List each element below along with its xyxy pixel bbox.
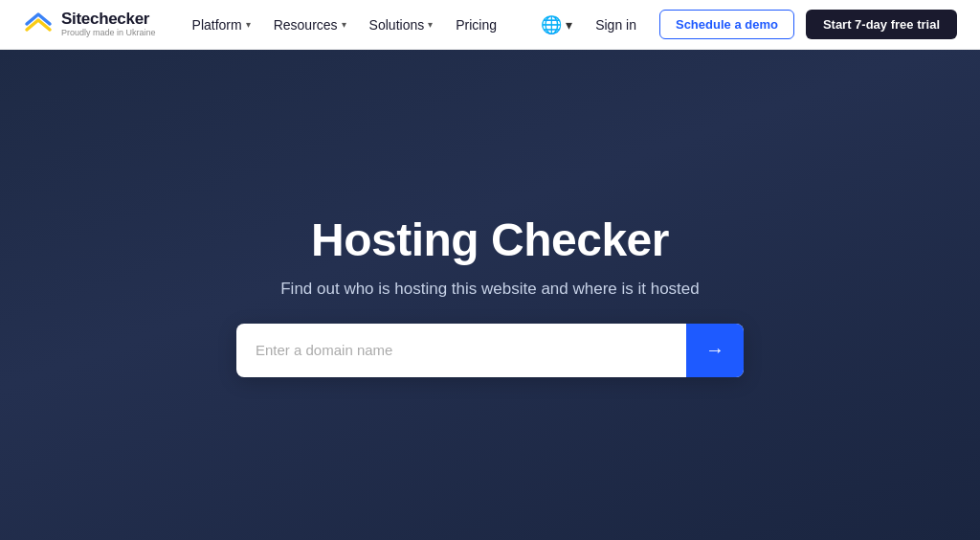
hero-section: Hosting Checker Find out who is hosting …	[0, 50, 980, 540]
logo-name: Sitechecker	[61, 11, 156, 29]
sign-in-button[interactable]: Sign in	[584, 11, 648, 38]
nav-item-platform[interactable]: Platform ▾	[183, 11, 260, 38]
search-button[interactable]: →	[686, 324, 744, 377]
search-input[interactable]	[236, 324, 686, 377]
nav-item-pricing[interactable]: Pricing	[446, 11, 506, 38]
nav-right: 🌐 ▾ Sign in Schedule a demo Start 7-day …	[541, 10, 957, 39]
globe-icon: 🌐	[541, 14, 562, 35]
search-bar: →	[236, 324, 744, 377]
logo[interactable]: Sitechecker Proudly made in Ukraine	[23, 11, 156, 38]
chevron-down-icon: ▾	[342, 19, 346, 30]
chevron-down-icon: ▾	[246, 19, 251, 30]
hero-subtitle: Find out who is hosting this website and…	[280, 280, 700, 299]
logo-tagline: Proudly made in Ukraine	[61, 29, 156, 38]
arrow-right-icon: →	[705, 339, 724, 361]
navbar: Sitechecker Proudly made in Ukraine Plat…	[0, 0, 980, 50]
nav-item-solutions[interactable]: Solutions ▾	[360, 11, 443, 38]
language-selector[interactable]: 🌐 ▾	[541, 14, 572, 35]
start-trial-button[interactable]: Start 7-day free trial	[806, 10, 957, 39]
lang-chevron: ▾	[566, 17, 572, 33]
chevron-down-icon: ▾	[428, 19, 433, 30]
nav-links: Platform ▾ Resources ▾ Solutions ▾ Prici…	[183, 11, 542, 38]
hero-title: Hosting Checker	[311, 214, 669, 266]
nav-item-resources[interactable]: Resources ▾	[264, 11, 356, 38]
schedule-demo-button[interactable]: Schedule a demo	[659, 10, 794, 39]
